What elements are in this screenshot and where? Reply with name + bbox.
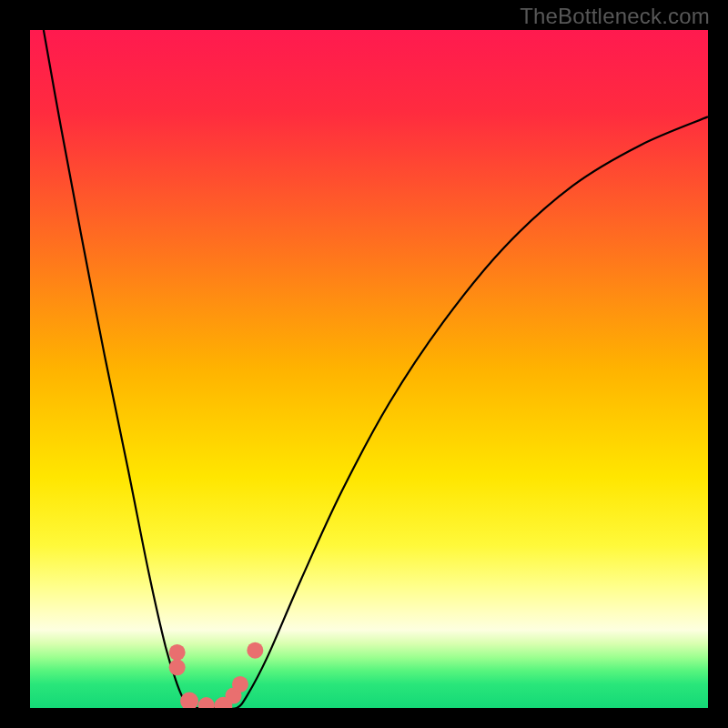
bottleneck-curve [44, 30, 708, 708]
data-marker [232, 676, 248, 693]
watermark-text: TheBottleneck.com [520, 4, 710, 29]
data-marker [198, 697, 215, 708]
data-marker [247, 642, 263, 659]
marker-group [169, 642, 264, 708]
data-marker [180, 693, 198, 708]
plot-area [30, 30, 708, 708]
chart-stage: TheBottleneck.com [0, 0, 728, 728]
data-marker [169, 644, 186, 661]
data-marker [169, 659, 186, 675]
curve-layer [30, 30, 708, 708]
